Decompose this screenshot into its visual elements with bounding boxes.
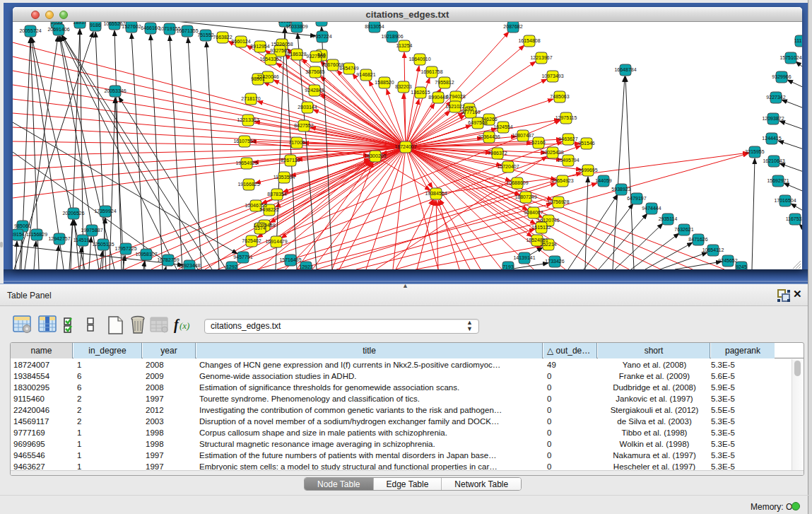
svg-text:11156829: 11156829 — [26, 232, 47, 237]
svg-text:9699695: 9699695 — [578, 168, 597, 173]
svg-text:16120746: 16120746 — [537, 218, 559, 223]
svg-text:19384554: 19384554 — [425, 191, 447, 196]
svg-text:1588520: 1588520 — [375, 80, 394, 85]
svg-text:15751024: 15751024 — [779, 55, 801, 60]
svg-text:1244415: 1244415 — [762, 136, 781, 141]
svg-text:18807249: 18807249 — [514, 194, 536, 199]
svg-text:3215955: 3215955 — [745, 149, 764, 154]
svg-text:9329966: 9329966 — [772, 74, 791, 79]
svg-text:12505135: 12505135 — [92, 242, 114, 247]
svg-text:12213967: 12213967 — [530, 55, 552, 60]
svg-text:9245652: 9245652 — [718, 258, 737, 263]
svg-text:17016504: 17016504 — [774, 198, 796, 203]
svg-text:98901: 98901 — [251, 76, 265, 81]
svg-text:9227342: 9227342 — [766, 95, 785, 100]
svg-text:9084067: 9084067 — [524, 210, 543, 215]
svg-text:7955812: 7955812 — [435, 80, 454, 85]
svg-text:9146821: 9146821 — [356, 72, 375, 77]
svg-text:19218906: 19218906 — [381, 34, 403, 39]
svg-text:1903: 1903 — [316, 22, 327, 23]
svg-text:15716485: 15716485 — [279, 257, 301, 262]
svg-text:12923448: 12923448 — [178, 263, 200, 268]
svg-text:16107553: 16107553 — [233, 139, 255, 144]
svg-text:6794028: 6794028 — [446, 94, 465, 99]
svg-text:11172: 11172 — [794, 38, 802, 43]
svg-text:20364436: 20364436 — [478, 134, 500, 139]
svg-text:19756928: 19756928 — [547, 199, 569, 204]
svg-text:17957225: 17957225 — [114, 246, 136, 251]
svg-text:16154808: 16154808 — [518, 38, 540, 43]
svg-text:985061: 985061 — [14, 223, 30, 228]
svg-text:16914479: 16914479 — [265, 239, 287, 244]
svg-text:1292: 1292 — [226, 264, 237, 269]
svg-text:12093872: 12093872 — [762, 116, 784, 121]
svg-text:8912954: 8912954 — [250, 44, 269, 49]
svg-text:12213363: 12213363 — [237, 117, 259, 122]
svg-text:8813054: 8813054 — [365, 24, 384, 29]
svg-text:10025438: 10025438 — [541, 150, 563, 155]
svg-text:8427552: 8427552 — [294, 123, 313, 128]
svg-text:9327508: 9327508 — [306, 54, 325, 59]
svg-text:62160: 62160 — [531, 140, 546, 145]
svg-text:1362615: 1362615 — [411, 90, 430, 95]
svg-text:18937: 18937 — [73, 22, 87, 25]
svg-text:751552: 751552 — [197, 33, 213, 37]
svg-text:7193: 7193 — [502, 264, 514, 269]
svg-text:18300295: 18300295 — [364, 153, 386, 158]
svg-text:113254: 113254 — [396, 43, 413, 48]
svg-text:9457791: 9457791 — [233, 255, 252, 259]
svg-text:8471626: 8471626 — [688, 237, 707, 242]
svg-text:1527602: 1527602 — [122, 24, 141, 29]
svg-text:11353594: 11353594 — [273, 175, 295, 180]
svg-text:8267130: 8267130 — [281, 158, 300, 163]
svg-text:951546: 951546 — [578, 141, 594, 146]
svg-text:5938923: 5938923 — [611, 187, 630, 192]
svg-text:12923: 12923 — [299, 264, 313, 269]
svg-text:7357224: 7357224 — [312, 34, 331, 39]
svg-text:20055724: 20055724 — [19, 28, 41, 33]
svg-text:8878354: 8878354 — [267, 192, 286, 197]
svg-text:1167533: 1167533 — [786, 216, 802, 221]
svg-text:16782759: 16782759 — [157, 257, 179, 262]
svg-text:9474444: 9474444 — [642, 206, 661, 211]
svg-text:16543362: 16543362 — [259, 57, 281, 62]
svg-text:12975115: 12975115 — [555, 115, 577, 120]
svg-text:1621022: 1621022 — [445, 104, 464, 109]
svg-text:12942757: 12942757 — [48, 236, 70, 241]
svg-text:16648784: 16648784 — [614, 67, 636, 72]
svg-text:9242848: 9242848 — [305, 88, 324, 93]
svg-text:19654923: 19654923 — [551, 178, 573, 183]
svg-text:19166825: 19166825 — [237, 182, 259, 187]
svg-text:10654112: 10654112 — [702, 247, 724, 252]
svg-text:19975887: 19975887 — [81, 228, 102, 233]
svg-text:10958107: 10958107 — [135, 252, 157, 257]
svg-text:2803144: 2803144 — [298, 105, 317, 110]
svg-text:8990448: 8990448 — [428, 95, 447, 100]
svg-text:14139141: 14139141 — [513, 255, 535, 260]
svg-text:15720407: 15720407 — [497, 164, 519, 169]
svg-text:17359924: 17359924 — [94, 209, 116, 214]
svg-text:1615132: 1615132 — [531, 225, 551, 230]
svg-text:1145194: 1145194 — [73, 238, 93, 243]
svg-text:832203: 832203 — [395, 84, 411, 89]
svg-text:144059: 144059 — [595, 178, 611, 183]
svg-text:18724007: 18724007 — [394, 144, 416, 149]
svg-text:7663822: 7663822 — [213, 35, 232, 40]
svg-text:1574: 1574 — [254, 226, 266, 230]
svg-text:2087682: 2087682 — [503, 24, 522, 29]
svg-text:7986372: 7986372 — [488, 151, 507, 156]
svg-text:2718170: 2718170 — [241, 96, 260, 101]
svg-text:1733426: 1733426 — [545, 259, 564, 264]
svg-text:8454749: 8454749 — [339, 66, 358, 71]
svg-text:9245: 9245 — [736, 264, 747, 269]
svg-text:6497508: 6497508 — [468, 120, 487, 125]
svg-text:10973493: 10973493 — [541, 74, 563, 78]
svg-text:3875685: 3875685 — [305, 69, 324, 74]
svg-text:20691406: 20691406 — [47, 27, 69, 32]
svg-text:20206526: 20206526 — [62, 211, 84, 216]
svg-text:(x): (x) — [180, 320, 189, 331]
svg-text:19654925: 19654925 — [235, 160, 257, 165]
svg-text:9777169: 9777169 — [461, 110, 480, 115]
svg-text:15495794: 15495794 — [557, 158, 579, 163]
svg-text:7625402: 7625402 — [242, 238, 261, 243]
